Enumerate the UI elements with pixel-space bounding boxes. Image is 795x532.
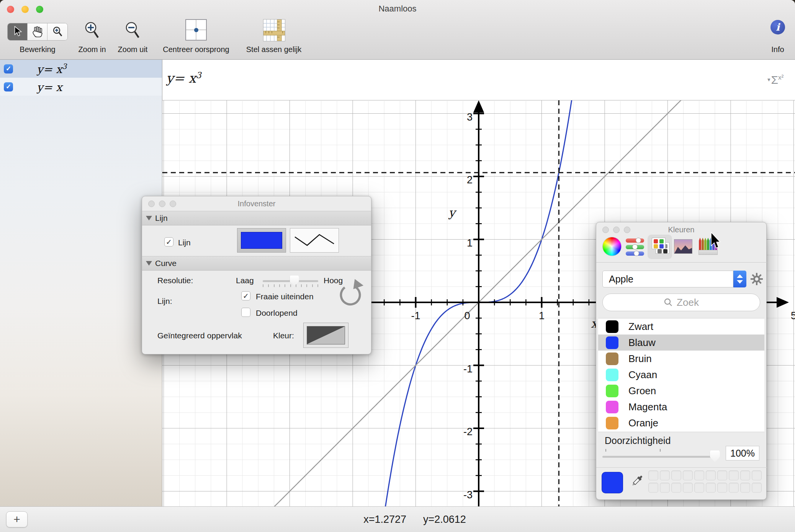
palette-well[interactable]	[648, 483, 658, 493]
palette-well[interactable]	[683, 470, 693, 480]
color-palettes-tab-icon[interactable]	[652, 238, 670, 256]
center-origin-icon[interactable]	[185, 19, 207, 41]
opacity-value-field[interactable]: 100%	[726, 446, 759, 460]
arrow-tool-button[interactable]	[8, 23, 28, 40]
color-list[interactable]: ZwartBlauwBruinCyaanGroenMagentaOranje	[598, 318, 764, 432]
palette-well[interactable]	[683, 483, 693, 493]
arrow-cursor-icon	[13, 26, 23, 38]
opacity-label: Doorzichtigheid	[605, 435, 671, 446]
color-list-item[interactable]: Groen	[598, 383, 764, 399]
palette-well[interactable]	[740, 470, 750, 480]
opacity-slider-thumb[interactable]	[710, 450, 720, 462]
color-swatch	[606, 369, 618, 381]
pan-tool-button[interactable]	[28, 23, 47, 40]
surface-color-well[interactable]	[303, 323, 348, 348]
equation-palette-button[interactable]: ▾Σx²	[767, 73, 784, 86]
line-options-label: Lijn:	[157, 297, 172, 306]
continuous-checkbox[interactable]	[241, 308, 250, 317]
palette-well[interactable]	[752, 470, 762, 480]
current-color-swatch[interactable]	[602, 472, 623, 493]
curve-section-header[interactable]: Curve	[142, 256, 371, 271]
palette-well[interactable]	[694, 470, 704, 480]
palette-well[interactable]	[740, 483, 750, 493]
active-equation-annotation: y= x3	[166, 70, 201, 86]
add-equation-button[interactable]: +	[6, 511, 28, 527]
color-list-item[interactable]: Zwart	[598, 318, 764, 335]
info-icon[interactable]: i	[770, 20, 785, 34]
color-swatch	[606, 336, 618, 349]
palette-well[interactable]	[671, 470, 681, 480]
svg-text:1: 1	[467, 237, 473, 249]
window-title: Naamloos	[0, 4, 795, 14]
surface-color-label: Kleur:	[273, 331, 294, 340]
color-swatch	[606, 417, 618, 429]
eyedropper-icon[interactable]	[628, 473, 645, 490]
edit-mode-segmented-control[interactable]	[7, 23, 68, 41]
color-list-item[interactable]: Cyaan	[598, 367, 764, 383]
center-origin-label: Centreer oorsprong	[157, 45, 235, 54]
zoom-in-icon[interactable]	[83, 21, 101, 39]
info-icon-glyph: i	[776, 21, 780, 33]
opacity-tick	[660, 449, 661, 452]
line-section-header[interactable]: Lijn	[142, 211, 371, 225]
color-swatch	[606, 401, 618, 413]
palette-select[interactable]: Apple	[602, 271, 733, 287]
divider	[596, 262, 767, 263]
palette-select-stepper[interactable]	[733, 271, 746, 287]
color-list-item[interactable]: Magenta	[598, 399, 764, 415]
color-wheel-tab-icon[interactable]	[602, 237, 622, 256]
line-checkbox[interactable]	[164, 237, 173, 246]
nice-ends-checkbox[interactable]	[241, 291, 250, 300]
palette-well[interactable]	[706, 470, 716, 480]
chevron-up-icon	[737, 274, 743, 278]
magnifier-plus-icon	[52, 26, 63, 38]
color-list-item[interactable]: Bruin	[598, 351, 764, 367]
equal-axes-icon[interactable]	[263, 19, 285, 41]
nice-ends-label: Fraaie uiteinden	[256, 292, 314, 301]
palette-well[interactable]	[660, 470, 670, 480]
color-swatch	[606, 385, 618, 397]
palette-well[interactable]	[660, 483, 670, 493]
palette-well[interactable]	[694, 483, 704, 493]
colors-panel: Kleuren Ap	[596, 222, 767, 500]
resolution-tick	[306, 284, 307, 287]
equation-1-checkbox[interactable]: ✓	[4, 64, 13, 73]
svg-text:5: 5	[791, 310, 795, 321]
palette-well[interactable]	[717, 470, 727, 480]
line-style-well[interactable]	[290, 228, 339, 253]
palette-well[interactable]	[671, 483, 681, 493]
palette-well[interactable]	[752, 483, 762, 493]
color-list-item[interactable]: Oranje	[598, 415, 764, 431]
zoom-tool-button[interactable]	[47, 23, 67, 40]
svg-text:-1: -1	[463, 363, 473, 375]
line-color-well[interactable]	[237, 228, 286, 253]
divider	[596, 467, 767, 468]
equation-row-2[interactable]: ✓ y= x	[0, 78, 162, 96]
info-label: Info	[755, 45, 795, 54]
svg-text:1: 1	[539, 310, 545, 321]
disclosure-triangle-icon	[146, 216, 152, 220]
resolution-tick	[301, 284, 302, 287]
continuous-label: Doorlopend	[256, 308, 298, 318]
palette-well[interactable]	[729, 483, 739, 493]
saved-swatches-grid[interactable]	[648, 470, 763, 493]
gear-icon[interactable]	[750, 273, 763, 286]
palette-well[interactable]	[717, 483, 727, 493]
cursor-x-coordinate: x=1.2727	[363, 514, 406, 525]
color-swatch	[606, 352, 618, 365]
color-sliders-tab-icon[interactable]	[626, 238, 644, 256]
palette-well[interactable]	[648, 470, 658, 480]
line-style-preview-icon	[290, 228, 339, 252]
zoom-out-icon[interactable]	[124, 21, 142, 39]
color-list-item[interactable]: Blauw	[598, 335, 764, 351]
image-palettes-tab-icon[interactable]	[674, 239, 692, 254]
equation-row-1[interactable]: ✓ y= x3	[0, 60, 162, 78]
resolution-tick	[290, 284, 291, 287]
inspector-title: Infovenster	[142, 196, 371, 211]
equation-2-checkbox[interactable]: ✓	[4, 82, 13, 91]
refresh-icon[interactable]	[337, 278, 364, 307]
opacity-slider-track[interactable]	[602, 456, 720, 458]
palette-well[interactable]	[729, 470, 739, 480]
palette-well[interactable]	[706, 483, 716, 493]
search-input[interactable]: Zoek	[602, 294, 760, 311]
